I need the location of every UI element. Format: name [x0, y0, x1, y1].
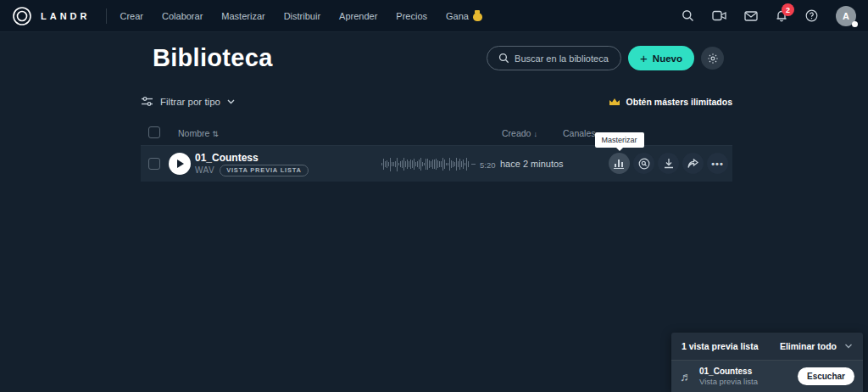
search-icon [498, 53, 509, 64]
master-button[interactable]: Masterizar [609, 153, 630, 174]
landr-logo-icon [12, 6, 32, 26]
new-button[interactable]: + Nuevo [628, 46, 694, 70]
track-format: WAV [195, 165, 214, 175]
preview-item-text: 01_Countess Vista previa lista [699, 367, 790, 386]
column-header-canales-label: Canales [563, 128, 596, 138]
library-search[interactable] [487, 46, 621, 70]
share-button[interactable] [682, 153, 704, 174]
avatar-status-dot [852, 21, 858, 27]
search-icon[interactable] [682, 9, 694, 22]
library-search-input[interactable] [515, 53, 609, 64]
track-duration: 5:20 [480, 160, 496, 170]
nav-item-masterizar[interactable]: Masterizar [221, 11, 264, 21]
mail-icon[interactable] [744, 11, 758, 21]
plus-icon: + [640, 52, 648, 64]
upsell-label: Obtén másters ilimitados [626, 97, 732, 107]
notifications-bell-icon[interactable]: 2 [776, 9, 787, 22]
select-all-checkbox[interactable] [148, 126, 160, 138]
column-header-creado-label: Creado [502, 128, 531, 138]
avatar-initial: A [843, 11, 849, 21]
top-navigation: LANDR Crear Colaborar Masterizar Distrib… [0, 0, 868, 32]
library-table: Nombre⇅ Creado↓ Canales 01_Countess WAV … [141, 124, 732, 182]
sort-both-icon: ⇅ [212, 130, 219, 138]
nav-item-colaborar[interactable]: Colaborar [162, 11, 203, 21]
column-header-canales[interactable]: Canales [563, 128, 596, 138]
download-button[interactable] [658, 153, 679, 174]
page-header: Biblioteca + Nuevo [153, 44, 724, 72]
nav-item-precios[interactable]: Precios [396, 11, 427, 21]
column-header-nombre[interactable]: Nombre⇅ [178, 128, 219, 138]
clear-all-button[interactable]: Eliminar todo [780, 341, 837, 351]
column-header-nombre-label: Nombre [178, 128, 209, 138]
row-actions: Masterizar ••• [609, 153, 728, 174]
master-bars-icon [614, 158, 625, 169]
waveform[interactable] [381, 157, 470, 171]
preview-panel-header-actions: Eliminar todo [780, 341, 853, 351]
nav-right-icons: 2 A [682, 6, 856, 26]
landr-logo[interactable]: LANDR [12, 6, 91, 26]
notification-count-badge: 2 [782, 3, 794, 16]
listen-button[interactable]: Escuchar [798, 367, 854, 385]
play-button[interactable] [169, 153, 191, 175]
preview-panel-item[interactable]: ♬ 01_Countess Vista previa lista Escucha… [671, 361, 863, 392]
circle-magnifier-icon [638, 158, 650, 170]
more-options-icon: ••• [711, 159, 724, 169]
waveform-end-dash [471, 164, 476, 165]
nav-item-gana-label: Gana [446, 11, 469, 21]
explore-button[interactable] [633, 153, 654, 174]
nav-item-gana[interactable]: Gana [446, 10, 482, 21]
video-icon[interactable] [712, 10, 726, 21]
column-header-creado[interactable]: Creado↓ [502, 128, 537, 138]
music-note-icon: ♬ [680, 370, 692, 384]
nav-item-crear[interactable]: Crear [120, 11, 144, 21]
preview-panel-header: 1 vista previa lista Eliminar todo [671, 333, 863, 361]
track-created: hace 2 minutos [500, 159, 564, 169]
page-title: Biblioteca [153, 44, 273, 72]
master-tooltip: Masterizar [594, 132, 643, 148]
gear-icon [707, 53, 719, 64]
filter-by-type-button[interactable]: Filtrar por tipo [141, 96, 235, 107]
track-title: 01_Countess [195, 152, 259, 164]
sort-down-icon: ↓ [533, 130, 537, 138]
avatar[interactable]: A [836, 6, 856, 26]
preview-ready-badge: VISTA PREVIA LISTA [220, 165, 309, 176]
collapse-chevron-icon[interactable] [844, 344, 853, 349]
new-button-label: Nuevo [653, 53, 682, 64]
play-icon [177, 160, 184, 168]
track-subtitle: WAV VISTA PREVIA LISTA [195, 165, 309, 176]
row-checkbox[interactable] [148, 158, 160, 170]
filter-row: Filtrar por tipo Obtén másters ilimitado… [141, 96, 732, 107]
header-controls: + Nuevo [487, 46, 724, 70]
settings-button[interactable] [701, 47, 724, 70]
nav-item-aprender[interactable]: Aprender [339, 11, 377, 21]
help-icon[interactable] [805, 9, 818, 22]
nav-item-distribuir[interactable]: Distribuir [284, 11, 320, 21]
filter-sliders-icon [141, 96, 153, 107]
brand-name: LANDR [41, 11, 91, 21]
nav-divider [106, 8, 107, 24]
nav-links: Crear Colaborar Masterizar Distribuir Ap… [120, 10, 482, 21]
money-bag-icon [473, 10, 482, 21]
share-arrow-icon [687, 159, 698, 169]
preview-panel-title: 1 vista previa lista [682, 341, 758, 351]
preview-item-subtitle: Vista previa lista [699, 377, 790, 386]
unlimited-masters-upsell[interactable]: Obtén másters ilimitados [609, 97, 732, 107]
download-icon [664, 158, 674, 169]
table-row[interactable]: 01_Countess WAV VISTA PREVIA LISTA 5:20 … [141, 146, 732, 182]
chevron-down-icon [227, 99, 235, 104]
more-options-button[interactable]: ••• [707, 153, 728, 174]
preview-item-title: 01_Countess [699, 367, 790, 376]
preview-panel: 1 vista previa lista Eliminar todo ♬ 01_… [671, 333, 863, 392]
crown-icon [609, 98, 620, 106]
filter-by-type-label: Filtrar por tipo [160, 97, 220, 107]
